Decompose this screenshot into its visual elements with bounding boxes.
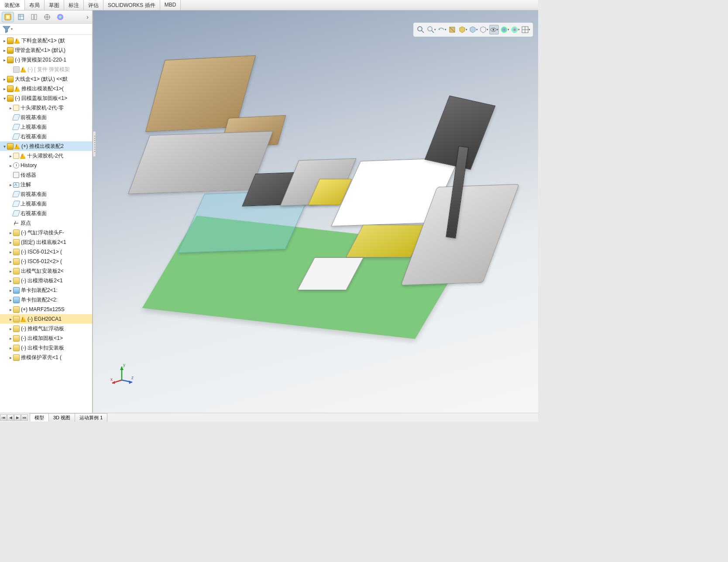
tree-expand-icon[interactable]: ▸ — [8, 163, 13, 168]
view-settings-icon[interactable]: ▾ — [510, 25, 520, 34]
view-orient-icon[interactable]: ▾ — [458, 25, 467, 34]
tree-expand-icon[interactable]: ▸ — [8, 230, 13, 235]
tree-expand-icon[interactable]: ▸ — [8, 288, 13, 293]
orientation-triad[interactable]: x y z — [109, 360, 135, 387]
apply-scene-icon[interactable]: ▾ — [500, 25, 509, 34]
side-tab-display[interactable] — [54, 12, 66, 22]
tree-item[interactable]: ▸(-) 出模卡扣安装板 — [0, 343, 92, 353]
tree-expand-icon[interactable]: ▸ — [2, 86, 7, 91]
side-tab-config[interactable] — [28, 12, 40, 22]
tree-item[interactable]: 上视基准面 — [0, 122, 92, 132]
tab-nav-prev-icon[interactable]: ◀ — [7, 415, 14, 421]
tree-expand-icon[interactable]: ▸ — [8, 307, 13, 312]
tree-item[interactable]: ▸十头灌胶机-2代-零 — [0, 103, 92, 113]
tree-expand-icon[interactable]: ▸ — [2, 77, 7, 82]
tab-nav-next-icon[interactable]: ▶ — [14, 415, 21, 421]
filter-icon[interactable] — [3, 25, 10, 33]
tree-item[interactable]: ▸(-) 弹簧模架201-220-1 — [0, 55, 92, 65]
menu-tab-3[interactable]: 标注 — [64, 0, 84, 10]
tree-item[interactable]: 原点 — [0, 218, 92, 228]
tree-filter-row: ▾ — [0, 24, 92, 35]
tree-item[interactable]: ▸History — [0, 161, 92, 170]
tree-item[interactable]: ▸(+) MARF25x125S — [0, 305, 92, 314]
tree-item[interactable]: ▸单卡扣装配2<1: — [0, 285, 92, 295]
bottom-tab-1[interactable]: 3D 视图 — [48, 413, 75, 422]
panel-splitter[interactable] — [93, 131, 96, 157]
tree-item[interactable]: ▸推模保护罩壳<1 ( — [0, 353, 92, 362]
tree-expand-icon[interactable]: ▸ — [8, 182, 13, 187]
menu-tab-4[interactable]: 评估 — [84, 0, 103, 10]
tree-expand-icon[interactable]: ▸ — [2, 48, 7, 53]
menu-tab-0[interactable]: 装配体 — [0, 0, 25, 10]
tree-item[interactable]: ▸理管盒装配<1> (默认) — [0, 45, 92, 55]
display-style-icon[interactable]: ▾ — [468, 25, 478, 34]
tree-item[interactable]: 上视基准面 — [0, 199, 92, 209]
tree-item[interactable]: 右视基准面 — [0, 209, 92, 218]
side-tab-property[interactable] — [15, 12, 27, 22]
tree-item[interactable]: ▸单卡扣装配2<2: — [0, 295, 92, 305]
tree-expand-icon[interactable]: ▾ — [2, 96, 7, 101]
tree-expand-icon[interactable]: ▸ — [8, 298, 13, 302]
side-tab-feature-tree[interactable] — [2, 12, 14, 22]
tree-item[interactable]: ▸(固定) 出模底板2<1 — [0, 237, 92, 247]
tree-expand-icon[interactable]: ▸ — [8, 259, 13, 264]
feature-tree[interactable]: ▸下料盒装配<1> (默▸理管盒装配<1> (默认)▸(-) 弹簧模架201-2… — [0, 35, 92, 413]
bottom-tab-0[interactable]: 模型 — [30, 413, 49, 422]
tree-expand-icon[interactable]: ▸ — [8, 346, 13, 350]
tree-item[interactable]: ▸(-) 气缸浮动接头F- — [0, 228, 92, 237]
tree-item[interactable]: ▸(-) 推模气缸浮动板 — [0, 324, 92, 333]
tree-item[interactable]: 传感器 — [0, 170, 92, 180]
tree-expand-icon[interactable]: ▸ — [8, 106, 13, 110]
tree-item[interactable]: ▸注解 — [0, 180, 92, 189]
tree-item[interactable]: ▸(-) 出模滑动板2<1 — [0, 276, 92, 285]
tree-expand-icon[interactable]: ▸ — [2, 58, 7, 62]
tree-item[interactable]: ▸(-) ISC6-012<1> ( — [0, 247, 92, 257]
previous-view-icon[interactable]: ▾ — [437, 25, 446, 34]
tree-item[interactable]: ▸十头灌胶机-2代 — [0, 151, 92, 161]
hide-show-icon[interactable]: ▾ — [479, 25, 488, 34]
tree-item[interactable]: ▸推模出模装配<1>( — [0, 84, 92, 93]
menu-tab-5[interactable]: SOLIDWORKS 插件 — [103, 0, 160, 10]
zoom-fit-icon[interactable] — [416, 25, 426, 34]
tree-item-label: (-) 气缸浮动接头F- — [21, 229, 64, 236]
tree-item[interactable]: 右视基准面 — [0, 132, 92, 141]
tree-expand-icon[interactable]: ▸ — [8, 317, 13, 322]
svg-point-18 — [501, 27, 507, 33]
graphics-viewport[interactable]: ▾ ▾ ▾ ▾ ▾ ▾ ▾ ▾ ▾ x y — [93, 10, 538, 413]
bottom-tab-bar: ⏮ ◀ ▶ ⏭ 模型3D 视图运动算例 1 — [0, 413, 538, 422]
tree-item[interactable]: ▸(-) 出模加固板<1> — [0, 333, 92, 343]
tree-expand-icon[interactable]: ▸ — [2, 38, 7, 43]
tree-item[interactable]: ▸下料盒装配<1> (默 — [0, 36, 92, 45]
tree-expand-icon[interactable]: ▾ — [2, 144, 7, 149]
section-view-icon[interactable] — [447, 25, 457, 34]
tree-expand-icon[interactable]: ▸ — [8, 250, 13, 254]
tree-item[interactable]: 前视基准面 — [0, 113, 92, 122]
edit-appearance-icon[interactable]: ▾ — [489, 25, 499, 34]
tree-item[interactable]: ▾(-) 回模盖板加固板<1> — [0, 93, 92, 103]
tree-item[interactable]: ▸大线盒<1> (默认) <<默 — [0, 74, 92, 84]
menu-tab-2[interactable]: 草图 — [45, 0, 64, 10]
tree-expand-icon[interactable]: ▸ — [8, 278, 13, 283]
side-tabs-more-icon[interactable]: › — [85, 14, 90, 21]
tree-item[interactable]: ▸(-) EGH20CA1 — [0, 314, 92, 324]
tree-expand-icon[interactable]: ▸ — [8, 240, 13, 245]
menu-tab-1[interactable]: 布局 — [25, 0, 45, 10]
tree-expand-icon[interactable]: ▸ — [8, 326, 13, 331]
tree-item[interactable]: 前视基准面 — [0, 189, 92, 199]
tree-expand-icon[interactable]: ▸ — [8, 269, 13, 274]
side-tab-dimxpert[interactable] — [41, 12, 53, 22]
tab-nav-first-icon[interactable]: ⏮ — [0, 415, 7, 421]
tree-item[interactable]: ▸(-) ISC6-012<2> ( — [0, 257, 92, 266]
tree-expand-icon[interactable]: ▸ — [8, 355, 13, 360]
tree-item[interactable]: (-) [ 复件 弹簧模架 — [0, 65, 92, 74]
bottom-tab-2[interactable]: 运动算例 1 — [75, 413, 107, 422]
svg-rect-5 — [31, 14, 34, 20]
tree-item[interactable]: ▸出模气缸安装板2< — [0, 266, 92, 276]
tab-nav-last-icon[interactable]: ⏭ — [21, 415, 28, 421]
menu-tab-6[interactable]: MBD — [160, 0, 181, 10]
tree-item[interactable]: ▾(+) 推模出模装配2 — [0, 141, 92, 151]
tree-expand-icon[interactable]: ▸ — [8, 336, 13, 341]
zoom-area-icon[interactable]: ▾ — [426, 25, 436, 34]
tree-expand-icon[interactable]: ▸ — [8, 154, 13, 158]
viewport-layout-icon[interactable]: ▾ — [521, 25, 530, 34]
